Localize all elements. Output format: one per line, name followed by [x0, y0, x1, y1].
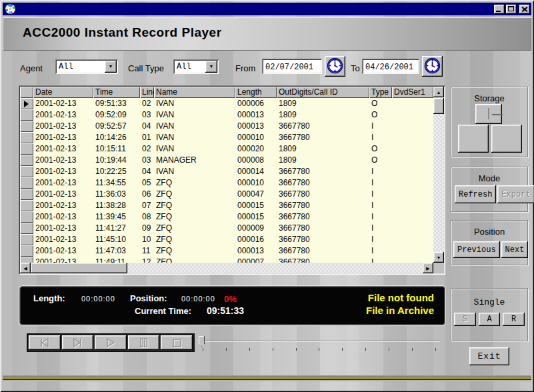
- row-selector[interactable]: [20, 245, 33, 257]
- close-button[interactable]: [519, 5, 530, 14]
- row-selector[interactable]: [20, 177, 33, 189]
- table-cell: 2001-02-13: [33, 234, 93, 245]
- table-cell: IVAN: [154, 143, 235, 155]
- table-cell: 000006: [235, 98, 277, 109]
- to-calendar-button[interactable]: [422, 56, 443, 77]
- table-row[interactable]: 2001-02-1311:45:1010ZFQ0000163667780I: [20, 234, 433, 245]
- table-row[interactable]: 2001-02-1311:49:1112ZFQ0000073667780I: [20, 257, 433, 263]
- slider-tick: [296, 348, 297, 351]
- row-selector[interactable]: [20, 166, 33, 177]
- row-selector[interactable]: [20, 200, 33, 211]
- row-selector[interactable]: [20, 234, 33, 245]
- hard-drive-button[interactable]: [475, 104, 502, 124]
- table-row[interactable]: 2001-02-1309:52:5704IVAN0000133667780I: [20, 121, 433, 132]
- row-selector[interactable]: [20, 155, 33, 166]
- row-selector[interactable]: [20, 257, 33, 263]
- table-cell: 09: [140, 223, 154, 234]
- row-selector[interactable]: [20, 121, 33, 132]
- single-group: Single SAR: [451, 288, 528, 341]
- table-cell: ZFQ: [154, 189, 235, 200]
- cd-left-button[interactable]: [458, 125, 489, 153]
- table-cell: 07: [140, 200, 154, 211]
- chevron-down-icon[interactable]: ▼: [105, 61, 117, 73]
- scroll-right-button[interactable]: ▶: [423, 263, 433, 273]
- table-row[interactable]: 2001-02-1311:47:0311ZFQ0000133667780I: [20, 245, 433, 257]
- horizontal-scrollbar[interactable]: ◀ ▶: [20, 263, 433, 273]
- row-selector[interactable]: [20, 189, 33, 200]
- table-cell: 1809: [277, 143, 369, 155]
- table-row[interactable]: 2001-02-1311:38:2807ZFQ0000153667780I: [20, 200, 433, 211]
- table-cell: 2001-02-13: [33, 166, 93, 177]
- storage-group: Storage: [451, 87, 528, 157]
- row-selector[interactable]: [20, 109, 33, 121]
- single-r-button[interactable]: R: [503, 313, 525, 326]
- table-cell: 11:34:55: [93, 177, 140, 189]
- slider-tick: [342, 348, 343, 351]
- scroll-up-button[interactable]: ▲: [433, 87, 444, 97]
- scroll-left-button[interactable]: ◀: [20, 263, 31, 273]
- vertical-scrollbar[interactable]: ▲ ▼: [433, 87, 444, 263]
- call-type-select-value: All: [173, 59, 204, 74]
- table-row[interactable]: 2001-02-1310:15:1102IVAN0000201809O: [20, 143, 433, 155]
- play-button[interactable]: [95, 335, 127, 350]
- table-row[interactable]: 2001-02-1309:51:3302IVAN0000061809O: [20, 98, 433, 109]
- minimize-button[interactable]: [494, 5, 505, 14]
- from-calendar-button[interactable]: [325, 56, 345, 77]
- table-row[interactable]: 2001-02-1310:19:4403MANAGER0000081809O: [20, 155, 433, 166]
- stop-button[interactable]: [161, 335, 193, 350]
- table-row[interactable]: 2001-02-1311:36:0306ZFQ0000473667780I: [20, 189, 433, 200]
- column-header-name: Name: [154, 87, 235, 98]
- to-date-input[interactable]: [362, 59, 419, 74]
- refresh-button[interactable]: Refresh: [455, 185, 496, 203]
- scroll-down-button[interactable]: ▼: [433, 252, 444, 263]
- table-row[interactable]: 2001-02-1310:22:2504IVAN0000143667780I: [20, 166, 433, 177]
- table-cell: 000013: [235, 121, 277, 132]
- seek-slider[interactable]: [197, 335, 441, 352]
- table-cell: 11:47:03: [93, 245, 140, 257]
- slider-groove[interactable]: [199, 341, 440, 342]
- slider-tick: [365, 348, 366, 351]
- vertical-scrollbar-thumb[interactable]: [433, 98, 444, 114]
- table-cell: I: [369, 223, 392, 234]
- export-button[interactable]: Export: [497, 185, 534, 203]
- table-cell: IVAN: [154, 132, 235, 143]
- previous-button[interactable]: Previous: [453, 241, 500, 258]
- table-cell: 000008: [235, 155, 277, 166]
- row-selector[interactable]: [20, 132, 33, 143]
- table-row[interactable]: 2001-02-1310:14:2601IVAN0000103667780I: [20, 132, 433, 143]
- horizontal-scrollbar-thumb[interactable]: [31, 263, 127, 273]
- close-icon: [521, 7, 527, 11]
- table-row[interactable]: 2001-02-1311:34:5505ZFQ0000103667780I: [20, 177, 433, 189]
- table-cell: 03: [140, 155, 154, 166]
- call-type-select[interactable]: All ▼: [173, 59, 219, 74]
- table-row[interactable]: 2001-02-1311:39:4508ZFQ0000153667780I: [20, 211, 433, 223]
- table-cell: IVAN: [154, 98, 235, 109]
- table-cell: 11:45:10: [93, 234, 140, 245]
- row-selector[interactable]: [20, 143, 33, 155]
- position-label: Position:: [130, 293, 167, 303]
- exit-button[interactable]: Exit: [469, 347, 509, 365]
- skip-end-button[interactable]: [62, 335, 94, 350]
- skip-start-button[interactable]: [29, 335, 61, 350]
- cd-right-button[interactable]: [491, 125, 522, 153]
- single-a-button[interactable]: A: [479, 313, 501, 326]
- table-cell: 10:22:25: [93, 166, 140, 177]
- next-button[interactable]: Next: [501, 241, 529, 258]
- row-selector[interactable]: [20, 211, 33, 223]
- agent-select[interactable]: All ▼: [55, 59, 118, 74]
- from-date-input[interactable]: [262, 59, 322, 74]
- pause-button[interactable]: [128, 335, 160, 350]
- table-row[interactable]: 2001-02-1311:41:2709ZFQ0000093667780I: [20, 223, 433, 234]
- row-selector[interactable]: [20, 98, 33, 109]
- table-cell: I: [369, 234, 392, 245]
- slider-tick: [226, 348, 227, 351]
- table-cell: I: [369, 245, 392, 257]
- row-selector[interactable]: [20, 223, 33, 234]
- table-row[interactable]: 2001-02-1309:52:0903IVAN0000131809O: [20, 109, 433, 121]
- maximize-button[interactable]: [506, 5, 517, 14]
- chevron-down-icon[interactable]: ▼: [205, 61, 217, 73]
- single-s-button[interactable]: S: [454, 313, 476, 326]
- table-header-row: DateTimeLineNameLengthOutDigits/Call IDT…: [20, 87, 433, 98]
- slider-thumb[interactable]: [199, 336, 205, 347]
- column-header-outdigits-call-id: OutDigits/Call ID: [277, 87, 369, 98]
